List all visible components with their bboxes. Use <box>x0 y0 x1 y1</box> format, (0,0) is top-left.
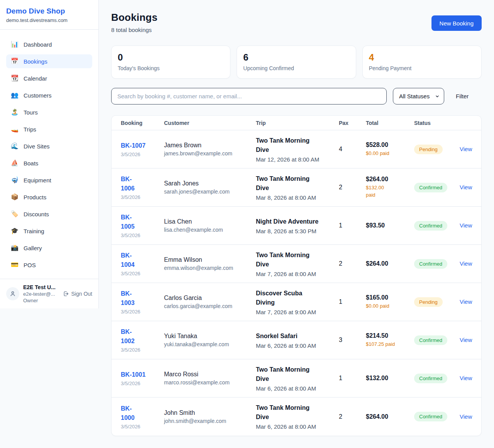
sidebar-item-pos[interactable]: 💳 POS <box>6 258 92 272</box>
customer-name: Marco Rossi <box>164 371 250 378</box>
sidebar-item-dive-sites[interactable]: 🌊 Dive Sites <box>6 139 92 153</box>
calendar-17-icon: 📅 <box>11 58 19 64</box>
trip-datetime: Mar 7, 2026 at 8:00 AM <box>256 271 333 277</box>
search-input[interactable] <box>111 88 387 104</box>
trip-datetime: Mar 6, 2026 at 9:00 AM <box>256 342 333 349</box>
shop-domain: demo.test.divestreams.com <box>6 17 92 23</box>
trip-datetime: Mar 12, 2026 at 8:00 AM <box>256 156 333 163</box>
avatar <box>6 287 19 300</box>
camera-flash-icon: 📸 <box>11 245 19 251</box>
sidebar-item-dashboard[interactable]: 📊 Dashboard <box>6 37 92 51</box>
sidebar-item-tours[interactable]: 🏝️ Tours <box>6 105 92 119</box>
booking-id-link[interactable]: BK- 1005 <box>121 213 135 231</box>
booking-id-link[interactable]: BK- 1002 <box>121 327 135 346</box>
customer-name: Yuki Tanaka <box>164 333 250 340</box>
pax-count: 3 <box>339 337 366 344</box>
booking-date: 3/5/2026 <box>121 381 159 386</box>
view-link[interactable]: View <box>460 375 472 381</box>
booking-id-link[interactable]: BK- 1003 <box>121 289 135 308</box>
user-role: Owner <box>23 298 59 303</box>
total-amount: $165.00 <box>366 294 409 301</box>
tear-calendar-icon: 📆 <box>11 75 19 81</box>
sidebar-header: Demo Dive Shop demo.test.divestreams.com <box>0 0 98 30</box>
pax-count: 2 <box>339 413 366 420</box>
filter-button[interactable]: Filter <box>456 93 469 99</box>
customer-email: james.brown@example.com <box>164 150 250 157</box>
graduation-cap-icon: 🎓 <box>11 228 19 234</box>
customer-name: Carlos Garcia <box>164 295 250 301</box>
booking-date: 3/5/2026 <box>121 309 159 315</box>
paid-amount: $132.00 paid <box>366 184 409 199</box>
status-badge: Confirmed <box>414 259 447 269</box>
stat-card: 4 Pending Payment <box>362 45 482 79</box>
stat-value: 0 <box>118 52 224 62</box>
sidebar-item-bookings[interactable]: 📅 Bookings <box>6 54 92 68</box>
table-body: BK-1007 3/5/2026 James Brown james.brown… <box>112 130 481 436</box>
view-link[interactable]: View <box>460 184 472 190</box>
sailboat-icon: ⛵ <box>11 160 19 166</box>
sidebar-item-products[interactable]: 📦 Products <box>6 190 92 204</box>
view-link[interactable]: View <box>460 413 472 420</box>
user-section: E2E Test U... e2e-tester@... Owner Sign … <box>0 279 98 308</box>
view-link[interactable]: View <box>460 298 472 305</box>
page-header: Bookings 8 total bookings New Booking <box>111 12 482 33</box>
bar-chart-icon: 📊 <box>11 41 19 47</box>
sidebar-item-label: Boats <box>24 160 38 167</box>
page-title: Bookings <box>111 12 157 24</box>
sidebar-item-label: Tours <box>24 109 38 116</box>
booking-id-link[interactable]: BK- 1004 <box>121 251 135 269</box>
customer-email: yuki.tanaka@example.com <box>164 341 250 347</box>
trip-datetime: Mar 8, 2026 at 8:00 AM <box>256 194 333 201</box>
stat-card: 0 Today's Bookings <box>111 45 230 79</box>
new-booking-button[interactable]: New Booking <box>431 15 482 31</box>
sidebar-item-label: Bookings <box>24 58 47 65</box>
sidebar-item-label: Calendar <box>24 75 47 82</box>
sidebar-item-customers[interactable]: 👥 Customers <box>6 88 92 102</box>
sidebar-item-calendar[interactable]: 📆 Calendar <box>6 71 92 85</box>
package-icon: 📦 <box>11 194 19 200</box>
total-amount: $214.50 <box>366 332 409 339</box>
sidebar-item-boats[interactable]: ⛵ Boats <box>6 156 92 170</box>
sidebar-item-label: Discounts <box>24 211 49 217</box>
status-badge: Confirmed <box>414 335 447 345</box>
sidebar-item-label: Products <box>24 194 46 200</box>
island-icon: 🏝️ <box>11 109 19 115</box>
customer-email: sarah.jones@example.com <box>164 189 250 195</box>
view-link[interactable]: View <box>460 337 472 343</box>
customer-name: Emma Wilson <box>164 256 250 263</box>
booking-id-link[interactable]: BK-1007 <box>121 141 145 150</box>
sidebar-item-trips[interactable]: 🚤 Trips <box>6 122 92 136</box>
status-badge: Confirmed <box>414 183 447 192</box>
sidebar-item-training[interactable]: 🎓 Training <box>6 224 92 238</box>
total-amount: $264.00 <box>366 176 409 183</box>
customer-email: marco.rossi@example.com <box>164 379 250 386</box>
trip-datetime: Mar 7, 2026 at 9:00 AM <box>256 309 333 315</box>
sidebar-nav: 📊 Dashboard 📅 Bookings 📆 Calendar 👥 Cust… <box>0 30 98 279</box>
paid-amount: $107.25 paid <box>366 341 409 348</box>
trip-name: Snorkel Safari <box>256 332 333 341</box>
total-amount: $264.00 <box>366 413 409 420</box>
col-pax: Pax <box>339 120 366 126</box>
speedboat-icon: 🚤 <box>11 126 19 132</box>
status-select-wrap: All Statuses <box>393 88 444 104</box>
sidebar-item-equipment[interactable]: 🤿 Equipment <box>6 173 92 187</box>
view-link[interactable]: View <box>460 222 472 229</box>
page-subtitle: 8 total bookings <box>111 27 157 33</box>
sidebar-item-gallery[interactable]: 📸 Gallery <box>6 241 92 255</box>
view-link[interactable]: View <box>460 146 472 152</box>
stat-label: Pending Payment <box>369 65 475 71</box>
booking-id-link[interactable]: BK- 1000 <box>121 404 135 423</box>
stat-card: 6 Upcoming Confirmed <box>237 45 356 79</box>
sidebar-item-discounts[interactable]: 🏷️ Discounts <box>6 207 92 221</box>
status-select[interactable]: All Statuses <box>393 88 444 104</box>
col-total: Total <box>366 120 414 126</box>
sign-out-button[interactable]: Sign Out <box>63 291 92 297</box>
view-link[interactable]: View <box>460 260 472 267</box>
sidebar-item-label: Trips <box>24 126 36 133</box>
booking-id-link[interactable]: BK-1001 <box>121 370 145 379</box>
col-status: Status <box>414 120 460 126</box>
trip-name: Two Tank Morning Dive <box>256 136 333 155</box>
table-header-row: Booking Customer Trip Pax Total Status <box>112 116 481 130</box>
booking-id-link[interactable]: BK- 1006 <box>121 175 135 193</box>
customer-email: emma.wilson@example.com <box>164 265 250 271</box>
